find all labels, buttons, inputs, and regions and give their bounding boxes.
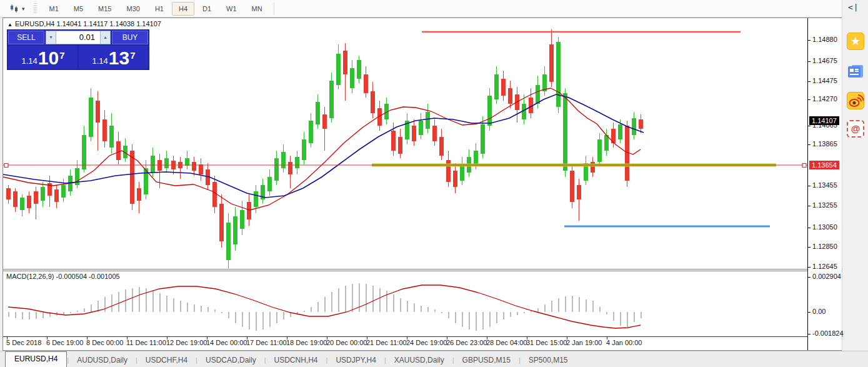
candle-body <box>625 126 629 181</box>
candle-body <box>61 185 66 198</box>
candle-body <box>371 91 375 113</box>
chart-tab-usdcnh[interactable]: USDCNH,H4 <box>266 353 326 367</box>
candle-body <box>316 102 320 124</box>
candle-body <box>89 98 93 137</box>
charts-toolbar-button[interactable]: ▾ <box>6 3 27 14</box>
candle-body <box>398 137 402 154</box>
candle-body <box>247 202 251 219</box>
weibo-eye-glyph <box>847 92 864 109</box>
timeframe-button-h1[interactable]: H1 <box>148 2 171 16</box>
toolbar-grip-handle[interactable] <box>34 3 37 14</box>
chart-tab-sp500[interactable]: SP500,M15 <box>521 353 576 367</box>
axis-tick <box>808 206 811 206</box>
candle-body <box>185 158 189 166</box>
macd-axis-label: 0.002904 <box>812 273 841 281</box>
axis-tick <box>808 144 811 145</box>
buy-button[interactable]: BUY <box>112 31 148 44</box>
candle-body <box>233 216 237 244</box>
timeframe-button-h4[interactable]: H4 <box>172 2 194 16</box>
favorites-star-icon[interactable]: ★ <box>847 33 864 50</box>
axis-tick <box>808 334 811 334</box>
chart-tab-usdjpy[interactable]: USDJPY,H4 <box>327 353 384 367</box>
volume-input[interactable]: 0.01 <box>56 31 100 44</box>
top-toolbar: ▾ M1M5M15M30H1H4D1W1MN <box>0 0 842 18</box>
candle-body <box>82 135 86 169</box>
price-axis-label: 1.13865 <box>812 140 837 148</box>
price-axis-label: 1.14270 <box>812 95 837 103</box>
candle-body <box>577 185 581 199</box>
newspaper-glyph <box>847 63 864 80</box>
macd-axis-label: 0.00 <box>812 308 826 316</box>
price-axis-label: 1.13255 <box>812 201 837 209</box>
line-handle <box>4 164 8 168</box>
candle-body <box>6 188 11 199</box>
sell-price-box[interactable]: 1.14 10 7 <box>8 46 77 69</box>
timeframe-button-m5[interactable]: M5 <box>67 2 90 16</box>
candle-body <box>501 79 506 96</box>
candle-body <box>494 74 499 99</box>
time-axis-label: 21 Dec 11:00 <box>366 339 407 346</box>
candle-body <box>508 88 512 104</box>
volume-stepper: ▾ 0.01 ▴ <box>46 31 111 44</box>
pane-splitter[interactable] <box>3 269 842 271</box>
candle-body <box>639 119 643 129</box>
buy-price-box[interactable]: 1.14 13 7 <box>79 46 148 69</box>
price-axis-label: 1.14880 <box>812 36 837 44</box>
timeframe-button-m30[interactable]: M30 <box>120 2 147 16</box>
candle-body <box>563 93 567 171</box>
timeframe-button-d1[interactable]: D1 <box>196 2 218 16</box>
time-axis-label: 14 Dec 00:00 <box>206 339 247 346</box>
candle-body <box>419 121 423 135</box>
price-axis-label: 1.14675 <box>812 57 837 65</box>
candle-body <box>309 121 313 143</box>
chart-tab-bar: EURUSD,H4|AUDUSD,Daily|USDCHF,H4|USDCAD,… <box>0 351 868 367</box>
chart-tab-usdchf[interactable]: USDCHF,H4 <box>137 353 196 367</box>
candle-body <box>116 141 121 160</box>
level-price-tag: 1.13654 <box>809 161 839 169</box>
chart-tab-xauusd[interactable]: XAUUSD,Daily <box>386 353 452 367</box>
chart-tab-eurusd[interactable]: EURUSD,H4 <box>5 351 67 367</box>
time-axis-label: 12 Dec 19:00 <box>166 339 207 346</box>
candle-body <box>27 196 31 208</box>
price-axis[interactable]: 1.148801.146751.144751.142701.140651.138… <box>807 18 842 350</box>
time-axis-label: 5 Dec 2018 <box>6 339 41 346</box>
candle-body <box>343 51 347 74</box>
candle-body <box>281 152 286 168</box>
timeframe-button-w1[interactable]: W1 <box>219 2 244 16</box>
candle-body <box>329 81 334 118</box>
candle-body <box>460 164 464 181</box>
axis-tick <box>808 247 811 248</box>
candle-body <box>295 157 299 168</box>
candle-body <box>487 96 492 126</box>
candle-body <box>597 139 602 162</box>
candle-body <box>432 126 437 141</box>
time-axis-label: 18 Dec 19:00 <box>286 339 327 346</box>
candle-body <box>357 60 361 79</box>
timeframe-button-m15[interactable]: M15 <box>91 2 118 16</box>
news-icon[interactable] <box>847 63 864 80</box>
sidebar-collapse-button[interactable]: <| <box>848 3 859 12</box>
chevron-down-icon: ▾ <box>22 6 25 12</box>
timeframe-button-mn[interactable]: MN <box>245 2 269 16</box>
email-icon[interactable]: @ <box>847 120 864 138</box>
volume-decrease-button[interactable]: ▾ <box>46 31 56 44</box>
candle-body <box>219 204 224 241</box>
chart-tab-usdcad[interactable]: USDCAD,Daily <box>197 353 264 367</box>
time-axis-label: 24 Dec 19:00 <box>406 339 447 346</box>
chart-tab-audusd[interactable]: AUDUSD,Daily <box>69 353 136 367</box>
candle-body <box>632 118 636 135</box>
candle-body <box>102 119 107 141</box>
buy-price-prefix: 1.14 <box>92 56 107 66</box>
time-axis-separator <box>3 336 842 337</box>
timeframe-button-m1[interactable]: M1 <box>42 2 66 16</box>
timeframe-button-group: M1M5M15M30H1H4D1W1MN <box>42 2 270 16</box>
time-axis-label: 20 Dec 00:00 <box>326 339 367 346</box>
sell-button[interactable]: SELL <box>8 31 44 44</box>
weibo-icon[interactable] <box>847 92 864 109</box>
candle-body <box>226 223 231 260</box>
candle-body <box>322 114 327 129</box>
chart-tab-gbpusd[interactable]: GBPUSD,M15 <box>454 353 519 367</box>
chart-title-text: EURUSD,H4 1.14041 1.14117 1.14038 1.1410… <box>15 20 161 28</box>
candle-body <box>109 126 114 148</box>
volume-increase-button[interactable]: ▴ <box>100 31 111 44</box>
